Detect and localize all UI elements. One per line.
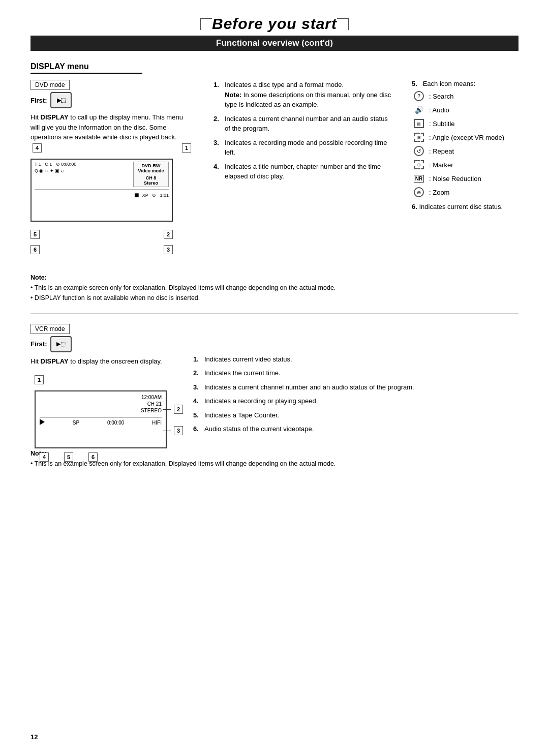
- audio-label: : Audio: [429, 106, 449, 114]
- vcr-item-1-num: 1.: [193, 354, 201, 365]
- dvd-left-col: DVD mode First: ▶⬚ Hit DISPLAY to call u…: [30, 80, 193, 264]
- vcr-time-val: 12:00AM: [141, 395, 162, 400]
- first-label-dvd: First:: [30, 97, 47, 104]
- icon-search: ? : Search: [412, 90, 518, 102]
- vcr-item-6-content: Audio status of the current videotape.: [204, 424, 518, 434]
- vcr-label-3: 3: [174, 426, 183, 435]
- dvd-note-bold: Note:: [225, 91, 241, 99]
- vcr-label-1: 1: [35, 375, 44, 384]
- vcr-numbered-list: 1. Indicates current video status. 2. In…: [193, 354, 518, 434]
- vcr-right-col: 1. Indicates current video status. 2. In…: [193, 324, 518, 438]
- repeat-label: : Repeat: [429, 147, 454, 155]
- screen-bottom: ■ XP ⊙ 1:01: [35, 189, 169, 200]
- vcr-icon-inner: ▶⬚: [56, 341, 66, 347]
- vcr-bottom-labels: 4 5 6: [35, 452, 183, 462]
- dvd-note-line-1: • This is an example screen only for exp…: [30, 284, 336, 291]
- screen-top-row: T 1 C 1 ⊙ 0:00:00 Q ◉ ↔ ✦ ▣ ♫: [35, 162, 169, 187]
- section-divider: [30, 313, 518, 314]
- each-icon-label: 5. Each icon means:: [412, 80, 518, 87]
- vcr-label-4: 4: [40, 452, 49, 462]
- vcr-counter: 0:00:00: [107, 420, 124, 426]
- dvd-item-4: 4. Indicates a title number, chapter num…: [214, 162, 391, 182]
- icon-audio: 🔊 : Audio: [412, 104, 518, 115]
- vcr-inner: 12:00AM CH 21 STEREO SP: [36, 391, 166, 447]
- icon1: Q: [35, 168, 38, 173]
- bracket-tl: [200, 18, 212, 30]
- icon-zoom: ⊕ : Zoom: [412, 187, 518, 198]
- vcr-label-1-row: 1: [35, 375, 183, 384]
- section-heading: DISPLAY menu: [30, 62, 142, 74]
- icon-nr: NR : Noise Reduction: [412, 173, 518, 184]
- icon-angle: ⊞ : Angle (except VR mode): [412, 132, 518, 143]
- dvd-item-3: 3. Indicates a recording mode and possib…: [214, 138, 391, 158]
- screen-stereo: Stereo: [136, 180, 166, 186]
- vcr-ch: CH 21: [40, 401, 162, 407]
- vcr-item-4-num: 4.: [193, 396, 201, 406]
- dvd-numbered-list: 1. Indicates a disc type and a format mo…: [214, 80, 391, 182]
- hit-display-vcr: Hit DISPLAY to display the onscreen disp…: [30, 356, 183, 367]
- each-icon-means: 5.: [412, 80, 417, 87]
- label-2: 2: [164, 230, 173, 239]
- screen-right-col: DVD-RW Video mode CH 8 Stereo: [133, 162, 169, 187]
- vcr-item-1: 1. Indicates current video status.: [193, 354, 518, 365]
- each-icon-text: Each icon means:: [423, 80, 475, 87]
- vcr-item-5-content: Indicates a Tape Counter.: [204, 410, 518, 420]
- marker-label: : Marker: [429, 161, 453, 169]
- vcr-label-2-row: 2: [163, 405, 183, 414]
- vcr-diagram-outer: 1 12:00AM CH 21 STEREO: [35, 375, 183, 462]
- display-bold-dvd: DISPLAY: [41, 113, 69, 121]
- vcr-ch-val: CH 21: [147, 401, 162, 407]
- dvd-note-line-2: • DISPLAY function is not available when…: [30, 294, 200, 301]
- vcr-sp: SP: [73, 420, 79, 426]
- dvd-item-2-num: 2.: [214, 114, 222, 134]
- dvd-item-3-num: 3.: [214, 138, 222, 158]
- first-row-vcr: First: ▶⬚: [30, 336, 183, 352]
- subtitle-label: : Subtitle: [429, 120, 455, 128]
- screen-stop: ■: [134, 191, 139, 200]
- label-3: 3: [164, 245, 173, 254]
- vcr-item-2-content: Indicates the current time.: [204, 368, 518, 378]
- vcr-item-6: 6. Audio status of the current videotape…: [193, 424, 518, 434]
- screen-ch8: CH 8: [136, 175, 166, 180]
- screen-left-col: T 1 C 1 ⊙ 0:00:00 Q ◉ ↔ ✦ ▣ ♫: [35, 162, 133, 174]
- icon6: ♫: [60, 168, 64, 173]
- vcr-item-3-content: Indicates a current channel number and a…: [204, 382, 518, 392]
- dvd-item-2: 2. Indicates a current channel number an…: [214, 114, 391, 134]
- vcr-item-6-num: 6.: [193, 424, 201, 434]
- subtitle-text: Functional overview (cont'd): [216, 38, 333, 48]
- vcr-bottom-row: SP 0:00:00 HIFI: [40, 417, 162, 426]
- search-icon: ?: [412, 90, 426, 102]
- dvd-item-4-num: 4.: [214, 162, 222, 182]
- dvd-icon-inner: ▶⬚: [57, 97, 65, 104]
- vcr-play-indicator: [40, 419, 45, 426]
- vcr-screen: 12:00AM CH 21 STEREO SP: [35, 390, 167, 448]
- icon-marker: ⊞ : Marker: [412, 159, 518, 170]
- vcr-label-3-row: 3: [163, 426, 183, 435]
- item-6-text: Indicates current disc status.: [419, 203, 503, 210]
- first-label-vcr: First:: [30, 340, 47, 348]
- vcr-right-labels: 2 3: [163, 405, 183, 435]
- icon-repeat: ↺ : Repeat: [412, 145, 518, 157]
- dvd-button-icon: ▶⬚: [50, 92, 72, 108]
- page: Before you start Functional overview (co…: [0, 0, 549, 756]
- icon5: ▣: [55, 168, 59, 173]
- vcr-left-col: VCR mode First: ▶⬚ Hit DISPLAY to displa…: [30, 324, 183, 438]
- vcr-label-2: 2: [174, 405, 183, 414]
- vcr-item-2: 2. Indicates the current time.: [193, 368, 518, 378]
- screen-timecode: T 1 C 1 ⊙ 0:00:00: [35, 162, 133, 167]
- screen-xp: XP ⊙ 1:01: [142, 193, 169, 198]
- dvd-note-box: Note: • This is an example screen only f…: [30, 273, 518, 303]
- icon3: ↔: [44, 168, 49, 173]
- dvd-mid-col: 1. Indicates a disc type and a format mo…: [203, 80, 402, 264]
- label-5: 5: [30, 230, 40, 239]
- diagram-bottom-labels: 5 2: [30, 230, 173, 239]
- item-6-row: 6. Indicates current disc status.: [412, 203, 518, 210]
- subtitle-icon: ▤: [412, 118, 426, 129]
- dvd-mode-badge: DVD mode: [30, 80, 70, 90]
- play-triangle-icon: [40, 419, 45, 425]
- dvd-screen-diagram: T 1 C 1 ⊙ 0:00:00 Q ◉ ↔ ✦ ▣ ♫: [30, 159, 173, 222]
- screen-icons-row: Q ◉ ↔ ✦ ▣ ♫: [35, 168, 133, 173]
- icon2: ◉: [39, 168, 43, 173]
- label-4: 4: [33, 143, 42, 153]
- page-title: Before you start: [212, 15, 337, 33]
